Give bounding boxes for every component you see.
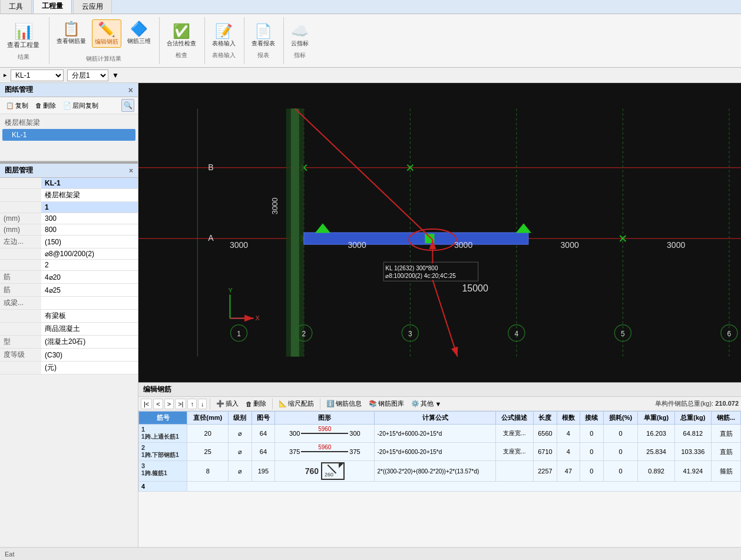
edit-panel-header: 编辑钢筋 bbox=[138, 383, 741, 397]
svg-text:2: 2 bbox=[302, 330, 306, 338]
table-header-row: 筋号 直径(mm) 级别 图号 图形 计算公式 公式描述 长度 根数 接续 损耗… bbox=[139, 412, 741, 425]
svg-text:4: 4 bbox=[515, 330, 519, 338]
btn-others[interactable]: ⚙️ 其他 ▼ bbox=[408, 398, 444, 409]
btn-legality-check[interactable]: ✅ 合法性检查 bbox=[164, 22, 199, 49]
delete-row-icon: 🗑 bbox=[246, 400, 252, 407]
col-type: 钢筋... bbox=[712, 412, 741, 425]
props-row: 2 bbox=[0, 260, 138, 271]
delete-icon: 🗑 bbox=[35, 102, 42, 109]
btn-last[interactable]: >| bbox=[175, 399, 186, 409]
props-close-icon[interactable]: × bbox=[129, 167, 133, 175]
search-icon: 🔍 bbox=[124, 101, 133, 110]
selector-row: ▸ KL-1 分层1 ▼ bbox=[0, 68, 741, 83]
btn-layer-copy[interactable]: 📄 层间复制 bbox=[61, 100, 101, 111]
kl-selector[interactable]: KL-1 bbox=[11, 69, 64, 81]
svg-text:15000: 15000 bbox=[462, 283, 488, 293]
svg-text:X: X bbox=[256, 314, 260, 322]
tab-cloud[interactable]: 云应用 bbox=[73, 0, 112, 14]
bottom-edit-panel: 编辑钢筋 |< < > >| ↑ ↓ ➕ 插入 🗑 删除 bbox=[138, 382, 741, 547]
props-row: 筋 4⌀20 bbox=[0, 271, 138, 284]
svg-text:6: 6 bbox=[727, 330, 732, 338]
col-num: 筋号 bbox=[139, 412, 187, 425]
col-splice: 接续 bbox=[580, 412, 604, 425]
btn-delete-row[interactable]: 🗑 删除 bbox=[243, 398, 269, 409]
svg-text:3000: 3000 bbox=[230, 240, 248, 250]
btn-cloud-indicator[interactable]: ☁️ 云指标 bbox=[289, 22, 311, 49]
svg-text:3000: 3000 bbox=[270, 197, 279, 214]
svg-text:1: 1 bbox=[237, 330, 241, 338]
svg-text:A: A bbox=[208, 233, 214, 243]
col-fignum: 图号 bbox=[252, 412, 275, 425]
svg-text:⌀8:100/200(2) 4c:20;4C:25: ⌀8:100/200(2) 4c:20;4C:25 bbox=[385, 273, 456, 279]
btn-table-input[interactable]: 📝 表格输入 bbox=[210, 22, 238, 49]
btn-down[interactable]: ↓ bbox=[198, 399, 207, 409]
layer-selector[interactable]: 分层1 bbox=[67, 69, 108, 81]
table-row: 4 bbox=[139, 482, 741, 492]
props-row: 商品混凝土 bbox=[0, 323, 138, 336]
props-row: 楼层框架梁 bbox=[0, 189, 138, 202]
search-button[interactable]: 🔍 bbox=[121, 99, 134, 112]
props-row: 有梁板 bbox=[0, 310, 138, 323]
btn-first[interactable]: |< bbox=[141, 399, 152, 409]
btn-view-quantity[interactable]: 📊 查看工程量 bbox=[4, 20, 43, 52]
col-count: 根数 bbox=[557, 412, 580, 425]
dropdown-arrow[interactable]: ▼ bbox=[112, 71, 119, 79]
btn-insert[interactable]: ➕ 插入 bbox=[213, 398, 242, 409]
insert-icon: ➕ bbox=[216, 400, 224, 407]
others-icon: ⚙️ bbox=[411, 400, 419, 407]
col-unit-wt: 单重(kg) bbox=[638, 412, 674, 425]
svg-text:3000: 3000 bbox=[454, 240, 472, 250]
svg-text:5: 5 bbox=[621, 330, 625, 338]
info-icon: ℹ️ bbox=[326, 400, 335, 407]
btn-copy[interactable]: 📋 复制 bbox=[4, 100, 31, 111]
btn-rebar-lib[interactable]: 📚 钢筋图库 bbox=[366, 398, 407, 409]
btn-next[interactable]: > bbox=[164, 399, 174, 409]
btn-rebar-3d[interactable]: 🔷 钢筋三维 bbox=[125, 19, 153, 48]
svg-rect-22 bbox=[291, 108, 299, 356]
props-row: (mm) 300 bbox=[0, 213, 138, 224]
tab-engineering[interactable]: 工程量 bbox=[33, 0, 72, 14]
btn-up[interactable]: ↑ bbox=[187, 399, 197, 409]
tree-item-kl1[interactable]: KL-1 bbox=[2, 129, 135, 141]
btn-rebar-info[interactable]: ℹ️ 钢筋信息 bbox=[323, 398, 365, 409]
toolbar-group-input: 📝 表格输入 表格输入 bbox=[210, 17, 244, 64]
svg-text:3000: 3000 bbox=[667, 240, 685, 250]
table-row: 3 1跨.箍筋1 8 ⌀ 195 760 bbox=[139, 461, 741, 482]
table-row: 2 1跨.下部钢筋1 25 ⌀ 64 375 bbox=[139, 443, 741, 461]
weight-info: 单构件钢筋总重(kg): 210.072 bbox=[655, 399, 739, 408]
col-total-wt: 总重(kg) bbox=[674, 412, 711, 425]
btn-view-rebar[interactable]: 📋 查看钢筋量 bbox=[54, 19, 88, 48]
layer-copy-icon: 📄 bbox=[63, 102, 71, 110]
rebar-table-container: 筋号 直径(mm) 级别 图号 图形 计算公式 公式描述 长度 根数 接续 损耗… bbox=[138, 411, 741, 547]
svg-text:3000: 3000 bbox=[348, 240, 366, 250]
btn-delete[interactable]: 🗑 删除 bbox=[33, 100, 58, 111]
props-row: 或梁... bbox=[0, 297, 138, 310]
btn-view-report[interactable]: 📄 查看报表 bbox=[249, 22, 277, 49]
btn-edit-rebar[interactable]: ✏️ 编辑钢筋 bbox=[92, 19, 121, 48]
toolbar-group-result: 📊 查看工程量 结果 bbox=[4, 17, 49, 64]
tree-section-label: 楼层框架梁 bbox=[2, 117, 135, 129]
col-length: 长度 bbox=[534, 412, 557, 425]
tree-area: 楼层框架梁 KL-1 bbox=[0, 114, 138, 161]
svg-text:KL 1(2632) 300*800: KL 1(2632) 300*800 bbox=[385, 265, 438, 271]
col-formula: 计算公式 bbox=[375, 412, 495, 425]
lib-icon: 📚 bbox=[369, 400, 377, 407]
copy-icon: 📋 bbox=[6, 102, 14, 110]
props-row: 1 bbox=[0, 202, 138, 213]
svg-text:3: 3 bbox=[408, 330, 412, 338]
btn-prev[interactable]: < bbox=[153, 399, 163, 409]
toolbar-group-check: ✅ 合法性检查 检查 bbox=[164, 17, 205, 64]
drawing-toolbar: 📋 复制 🗑 删除 📄 层间复制 🔍 bbox=[0, 97, 138, 114]
props-row: 度等级 (C30) bbox=[0, 349, 138, 362]
col-grade: 级别 bbox=[229, 412, 252, 425]
svg-text:B: B bbox=[208, 163, 213, 172]
btn-scale-config[interactable]: 📐 缩尺配筋 bbox=[276, 398, 317, 409]
canvas-svg: 3000 3000 3000 3000 3000 15000 3000 B A … bbox=[138, 83, 741, 382]
canvas-area: 3000 3000 3000 3000 3000 15000 3000 B A … bbox=[138, 83, 741, 382]
toolbar-group-rebar: 📋 查看钢筋量 ✏️ 编辑钢筋 🔷 钢筋三维 钢筋计算结果 bbox=[54, 17, 160, 64]
close-icon[interactable]: × bbox=[128, 85, 133, 95]
col-shape: 图形 bbox=[275, 412, 375, 425]
status-bar: Eat bbox=[0, 547, 741, 560]
props-row: KL-1 bbox=[0, 178, 138, 189]
tab-tools[interactable]: 工具 bbox=[0, 0, 32, 14]
